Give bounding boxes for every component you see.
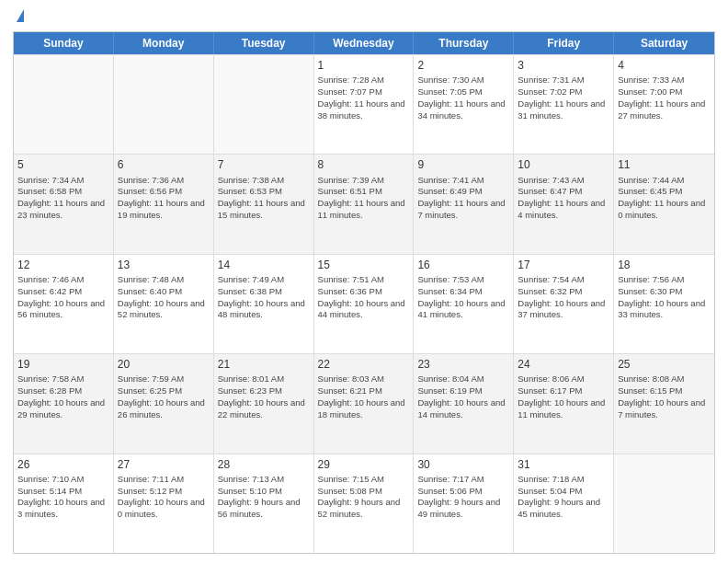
day-info: Sunrise: 7:44 AM Sunset: 6:45 PM Dayligh… [618,175,711,222]
day-info: Sunrise: 7:13 AM Sunset: 5:10 PM Dayligh… [218,474,310,521]
calendar-empty-cell [214,55,314,154]
page-header [13,9,715,24]
calendar-day-cell: 5Sunrise: 7:34 AM Sunset: 6:58 PM Daylig… [14,155,114,253]
day-info: Sunrise: 7:15 AM Sunset: 5:08 PM Dayligh… [318,474,410,521]
day-number: 22 [318,357,410,372]
calendar-day-cell: 24Sunrise: 8:06 AM Sunset: 6:17 PM Dayli… [514,354,614,453]
calendar-day-cell: 22Sunrise: 8:03 AM Sunset: 6:21 PM Dayli… [314,354,415,453]
day-number: 26 [17,457,109,472]
calendar-day-cell: 6Sunrise: 7:36 AM Sunset: 6:56 PM Daylig… [114,155,214,253]
day-info: Sunrise: 7:51 AM Sunset: 6:36 PM Dayligh… [318,274,410,321]
day-number: 6 [118,157,210,172]
calendar-empty-cell [614,454,714,553]
calendar-day-cell: 8Sunrise: 7:39 AM Sunset: 6:51 PM Daylig… [314,155,415,253]
day-info: Sunrise: 7:46 AM Sunset: 6:42 PM Dayligh… [17,274,109,321]
day-number: 7 [218,157,310,172]
calendar-day-cell: 29Sunrise: 7:15 AM Sunset: 5:08 PM Dayli… [314,454,415,553]
calendar-row: 19Sunrise: 7:58 AM Sunset: 6:28 PM Dayli… [14,353,714,453]
day-info: Sunrise: 7:36 AM Sunset: 6:56 PM Dayligh… [118,175,210,222]
weekday-header: Thursday [414,32,514,54]
day-number: 10 [518,157,609,172]
day-number: 18 [618,258,711,272]
weekday-header: Wednesday [314,32,415,54]
day-number: 1 [318,58,410,73]
calendar-empty-cell [114,55,214,154]
day-info: Sunrise: 7:10 AM Sunset: 5:14 PM Dayligh… [17,474,109,521]
calendar-day-cell: 28Sunrise: 7:13 AM Sunset: 5:10 PM Dayli… [214,454,314,553]
calendar-day-cell: 4Sunrise: 7:33 AM Sunset: 7:00 PM Daylig… [614,55,714,154]
calendar-day-cell: 10Sunrise: 7:43 AM Sunset: 6:47 PM Dayli… [514,155,614,253]
calendar-day-cell: 20Sunrise: 7:59 AM Sunset: 6:25 PM Dayli… [114,354,214,453]
calendar-day-cell: 16Sunrise: 7:53 AM Sunset: 6:34 PM Dayli… [414,255,514,353]
day-info: Sunrise: 8:04 AM Sunset: 6:19 PM Dayligh… [417,373,509,420]
calendar-day-cell: 23Sunrise: 8:04 AM Sunset: 6:19 PM Dayli… [414,354,514,453]
day-number: 17 [518,258,609,272]
calendar-day-cell: 12Sunrise: 7:46 AM Sunset: 6:42 PM Dayli… [14,255,114,353]
calendar-row: 26Sunrise: 7:10 AM Sunset: 5:14 PM Dayli… [14,454,714,553]
calendar-day-cell: 31Sunrise: 7:18 AM Sunset: 5:04 PM Dayli… [514,454,614,553]
day-number: 29 [318,457,410,472]
day-info: Sunrise: 7:18 AM Sunset: 5:04 PM Dayligh… [518,474,609,521]
logo [13,9,24,24]
calendar-day-cell: 13Sunrise: 7:48 AM Sunset: 6:40 PM Dayli… [114,255,214,353]
day-number: 9 [417,157,509,172]
weekday-header: Friday [514,32,614,54]
day-number: 31 [518,457,609,472]
day-number: 15 [318,258,410,272]
day-number: 3 [518,58,609,73]
day-info: Sunrise: 7:53 AM Sunset: 6:34 PM Dayligh… [417,274,509,321]
logo-icon [17,9,24,22]
day-info: Sunrise: 7:39 AM Sunset: 6:51 PM Dayligh… [318,175,410,222]
day-info: Sunrise: 7:41 AM Sunset: 6:49 PM Dayligh… [417,175,509,222]
calendar-row: 12Sunrise: 7:46 AM Sunset: 6:42 PM Dayli… [14,254,714,353]
day-number: 16 [417,258,509,272]
day-number: 20 [118,357,210,372]
day-info: Sunrise: 7:56 AM Sunset: 6:30 PM Dayligh… [618,274,711,321]
day-info: Sunrise: 7:11 AM Sunset: 5:12 PM Dayligh… [118,474,210,521]
day-info: Sunrise: 8:08 AM Sunset: 6:15 PM Dayligh… [618,373,711,420]
day-number: 19 [17,357,109,372]
calendar-day-cell: 11Sunrise: 7:44 AM Sunset: 6:45 PM Dayli… [614,155,714,253]
day-number: 2 [417,58,509,73]
day-info: Sunrise: 8:06 AM Sunset: 6:17 PM Dayligh… [518,373,609,420]
day-info: Sunrise: 7:58 AM Sunset: 6:28 PM Dayligh… [17,373,109,420]
calendar-day-cell: 2Sunrise: 7:30 AM Sunset: 7:05 PM Daylig… [414,55,514,154]
calendar-day-cell: 25Sunrise: 8:08 AM Sunset: 6:15 PM Dayli… [614,354,714,453]
day-number: 12 [17,258,109,272]
day-number: 5 [17,157,109,172]
calendar-empty-cell [14,55,114,154]
day-info: Sunrise: 7:49 AM Sunset: 6:38 PM Dayligh… [218,274,310,321]
day-info: Sunrise: 8:01 AM Sunset: 6:23 PM Dayligh… [218,373,310,420]
day-info: Sunrise: 7:28 AM Sunset: 7:07 PM Dayligh… [318,75,410,121]
calendar-row: 5Sunrise: 7:34 AM Sunset: 6:58 PM Daylig… [14,154,714,253]
calendar-day-cell: 9Sunrise: 7:41 AM Sunset: 6:49 PM Daylig… [414,155,514,253]
day-info: Sunrise: 7:59 AM Sunset: 6:25 PM Dayligh… [118,373,210,420]
calendar-day-cell: 26Sunrise: 7:10 AM Sunset: 5:14 PM Dayli… [14,454,114,553]
day-info: Sunrise: 7:43 AM Sunset: 6:47 PM Dayligh… [518,175,609,222]
day-info: Sunrise: 7:17 AM Sunset: 5:06 PM Dayligh… [417,474,509,521]
day-info: Sunrise: 8:03 AM Sunset: 6:21 PM Dayligh… [318,373,410,420]
weekday-header: Monday [114,32,214,54]
day-info: Sunrise: 7:48 AM Sunset: 6:40 PM Dayligh… [118,274,210,321]
calendar-day-cell: 30Sunrise: 7:17 AM Sunset: 5:06 PM Dayli… [414,454,514,553]
day-number: 24 [518,357,609,372]
calendar-row: 1Sunrise: 7:28 AM Sunset: 7:07 PM Daylig… [14,54,714,154]
calendar-day-cell: 18Sunrise: 7:56 AM Sunset: 6:30 PM Dayli… [614,255,714,353]
day-number: 23 [417,357,509,372]
day-number: 4 [618,58,711,73]
day-number: 27 [118,457,210,472]
day-number: 14 [218,258,310,272]
calendar-day-cell: 7Sunrise: 7:38 AM Sunset: 6:53 PM Daylig… [214,155,314,253]
day-number: 11 [618,157,711,172]
calendar-day-cell: 1Sunrise: 7:28 AM Sunset: 7:07 PM Daylig… [314,55,415,154]
day-info: Sunrise: 7:54 AM Sunset: 6:32 PM Dayligh… [518,274,609,321]
weekday-header: Tuesday [214,32,314,54]
day-number: 28 [218,457,310,472]
day-info: Sunrise: 7:33 AM Sunset: 7:00 PM Dayligh… [618,75,711,121]
calendar-day-cell: 19Sunrise: 7:58 AM Sunset: 6:28 PM Dayli… [14,354,114,453]
weekday-header: Saturday [614,32,714,54]
calendar-day-cell: 14Sunrise: 7:49 AM Sunset: 6:38 PM Dayli… [214,255,314,353]
weekday-header: Sunday [14,32,114,54]
calendar-body: 1Sunrise: 7:28 AM Sunset: 7:07 PM Daylig… [14,54,714,553]
day-number: 30 [417,457,509,472]
